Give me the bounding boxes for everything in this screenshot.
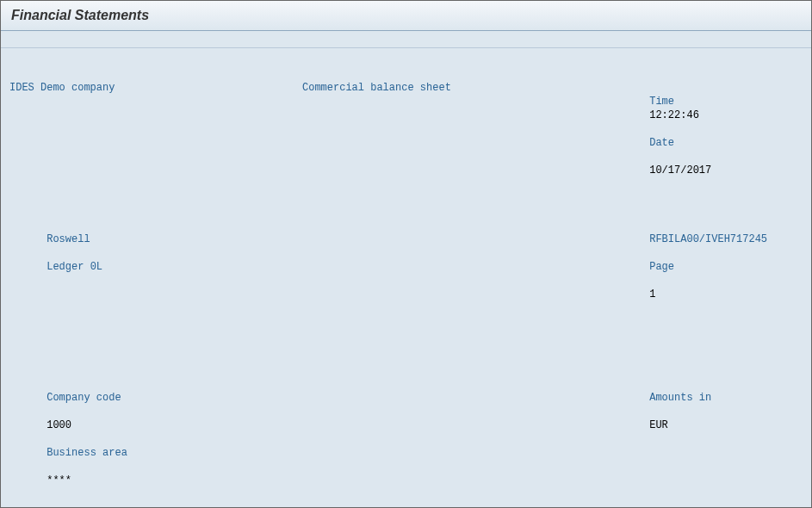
toolbar-area — [1, 31, 811, 48]
company-name: IDES Demo company — [9, 81, 302, 191]
ledger-label: Ledger 0L — [46, 261, 102, 273]
location: Roswell — [46, 233, 90, 245]
business-area-value: **** — [46, 474, 71, 486]
page-title: Financial Statements — [1, 1, 811, 31]
company-code-value: 1000 — [46, 419, 71, 431]
date-value: 10/17/2017 — [649, 164, 711, 177]
currency: EUR — [649, 419, 668, 431]
time-value: 12:22:46 — [649, 109, 699, 121]
company-code-label: Company code — [46, 392, 121, 404]
time-label: Time — [649, 96, 674, 108]
date-label: Date — [649, 137, 674, 149]
amounts-in-label: Amounts in — [649, 392, 711, 404]
page-label: Page — [649, 261, 674, 273]
report-header: IDES Demo company Commercial balance she… — [1, 48, 811, 508]
business-area-label: Business area — [46, 447, 127, 459]
page-number: 1 — [649, 288, 655, 300]
program-id: RFBILA00/IVEH717245 — [649, 233, 767, 245]
sheet-type: Commercial balance sheet — [302, 81, 612, 191]
